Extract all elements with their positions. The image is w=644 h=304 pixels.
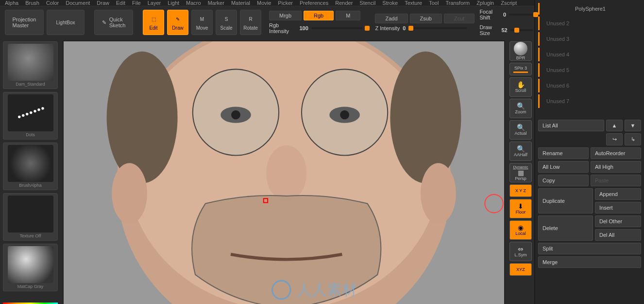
focal-shift-value: 0 (503, 12, 506, 18)
menu-picker[interactable]: Picker (278, 0, 293, 6)
focal-shift-slider[interactable] (509, 14, 533, 16)
menu-marker[interactable]: Marker (208, 0, 224, 6)
menu-alpha[interactable]: Alpha (5, 0, 18, 6)
rgb-intensity-slider[interactable] (311, 27, 363, 29)
zcut-button[interactable]: Zcut (444, 14, 475, 23)
zadd-button[interactable]: Zadd (375, 14, 407, 23)
append-button[interactable]: Append (595, 188, 641, 200)
menu-color[interactable]: Color (46, 0, 59, 6)
autoreorder-button[interactable]: AutoReorder (591, 147, 641, 159)
rgb-intensity-value: 100 (299, 25, 308, 31)
quick-sketch-button[interactable]: ✎Quick Sketch (94, 10, 133, 35)
texture-thumbnail[interactable]: Texture Off (3, 193, 58, 241)
menu-edit[interactable]: Edit (116, 0, 125, 6)
subtool-unused[interactable]: Unused 4 (538, 48, 641, 61)
spix-button[interactable]: SPix 3 (509, 63, 532, 75)
menu-zplugin[interactable]: Zplugin (476, 0, 494, 6)
rename-button[interactable]: Rename (538, 147, 589, 159)
edit-icon: ⬚ (149, 15, 158, 24)
svg-point-4 (390, 52, 461, 183)
viewport[interactable]: 人人素材 (63, 40, 505, 304)
m-button[interactable]: M (336, 11, 360, 20)
menu-stencil[interactable]: Stencil (359, 0, 375, 6)
draw-size-slider[interactable] (510, 29, 533, 31)
merge-button[interactable]: Merge (538, 256, 641, 268)
stroke-label: Dots (26, 132, 35, 137)
subtool-unused[interactable]: Unused 6 (538, 79, 641, 92)
move-down-button[interactable]: ▼ (625, 120, 641, 131)
hand-icon: ✋ (517, 81, 525, 88)
alpha-thumbnail[interactable]: BrushAlpha (3, 143, 58, 190)
return-button[interactable]: ↳ (625, 133, 641, 145)
svg-point-6 (421, 163, 456, 224)
zoom-button[interactable]: 🔍Zoom (509, 99, 532, 118)
draw-button[interactable]: ✎Draw (167, 10, 188, 35)
arrow-return-icon: ↳ (631, 136, 635, 142)
all-low-button[interactable]: All Low (538, 161, 589, 173)
edit-button[interactable]: ⬚Edit (143, 10, 164, 35)
list-all-button[interactable]: List All (538, 120, 604, 131)
xyz2-button[interactable]: XYZ (509, 263, 532, 276)
alpha-label: BrushAlpha (19, 183, 42, 188)
menu-light[interactable]: Light (168, 0, 179, 6)
insert-button[interactable]: Insert (595, 202, 641, 214)
mrgb-button[interactable]: Mrgb (269, 11, 302, 20)
move-up-button[interactable]: ▲ (606, 120, 623, 131)
menu-draw[interactable]: Draw (97, 0, 109, 6)
all-high-button[interactable]: All High (591, 161, 641, 173)
scroll-button[interactable]: ✋Scroll (509, 77, 532, 97)
persp-button[interactable]: Dynamic▦Persp (509, 163, 532, 182)
arrow-up-icon: ▲ (612, 123, 617, 128)
menu-transform[interactable]: Transform (445, 0, 470, 6)
zsub-button[interactable]: Zsub (410, 14, 442, 23)
rgb-button[interactable]: Rgb (304, 11, 334, 20)
floor-button[interactable]: ⬇Floor (509, 199, 532, 218)
projection-master-button[interactable]: Projection Master (5, 10, 44, 35)
menu-brush[interactable]: Brush (25, 0, 39, 6)
z-intensity-value: 0 (403, 25, 406, 31)
subtool-unused[interactable]: Unused 3 (538, 32, 641, 46)
duplicate-button[interactable]: Duplicate (538, 188, 593, 214)
menu-tool[interactable]: Tool (429, 0, 439, 6)
local-button[interactable]: ◉Local (509, 220, 532, 240)
menu-material[interactable]: Material (231, 0, 250, 6)
delete-button[interactable]: Delete (538, 215, 593, 241)
menu-document[interactable]: Document (66, 0, 90, 6)
subtool-header[interactable]: PolySphere1 (538, 3, 641, 15)
svg-point-9 (231, 110, 240, 120)
z-intensity-slider[interactable] (408, 27, 467, 29)
menu-stroke[interactable]: Stroke (382, 0, 398, 6)
rotate-button[interactable]: RRotate (240, 10, 261, 35)
menu-zscript[interactable]: Zscript (501, 0, 517, 6)
svg-point-13 (266, 145, 306, 201)
aahalf-button[interactable]: 🔍AAHalf (509, 142, 532, 161)
move-button[interactable]: MMove (191, 10, 213, 35)
actual-button[interactable]: 🔍Actual (509, 120, 532, 140)
stroke-thumbnail[interactable]: Dots (3, 92, 58, 140)
material-thumbnail[interactable]: MatCap Gray (3, 244, 58, 291)
menu-texture[interactable]: Texture (405, 0, 422, 6)
menu-preferences[interactable]: Preferences (300, 0, 328, 6)
subtool-unused[interactable]: Unused 7 (538, 94, 641, 108)
copy-button[interactable]: Copy (538, 175, 589, 186)
menu-movie[interactable]: Movie (257, 0, 271, 6)
lightbox-button[interactable]: LightBox (47, 10, 85, 35)
scale-button[interactable]: SScale (216, 10, 237, 35)
color-spectrum[interactable] (3, 303, 58, 304)
lsym-button[interactable]: ⇔L.Sym (509, 242, 532, 261)
magnifier-icon: 🔍 (517, 145, 525, 152)
del-all-button[interactable]: Del All (595, 229, 641, 241)
xyz-button[interactable]: X Y Z (509, 184, 532, 197)
menu-layer[interactable]: Layer (148, 0, 161, 6)
menu-macro[interactable]: Macro (186, 0, 201, 6)
menu-render[interactable]: Render (335, 0, 353, 6)
brush-thumbnail[interactable]: Dam_Standard (3, 41, 58, 89)
forward-button[interactable]: ↪ (606, 133, 623, 145)
bpr-button[interactable]: BPR (509, 41, 532, 61)
menu-file[interactable]: File (132, 0, 141, 6)
split-button[interactable]: Split (538, 243, 641, 254)
subtool-unused[interactable]: Unused 5 (538, 63, 641, 77)
subtool-unused[interactable]: Unused 2 (538, 17, 641, 30)
paste-button[interactable]: Paste (591, 175, 641, 186)
del-other-button[interactable]: Del Other (595, 215, 641, 227)
